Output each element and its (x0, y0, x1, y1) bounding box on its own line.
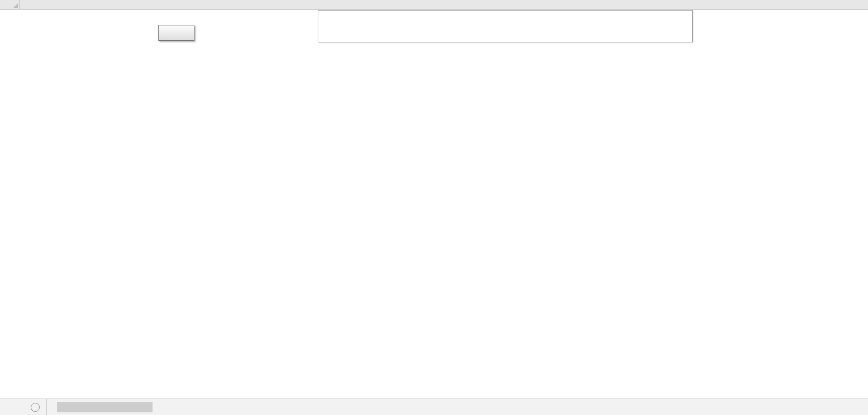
header-row (0, 54, 868, 76)
scrollbar-thumb[interactable] (57, 402, 153, 412)
tab-scroll-left-icon[interactable] (0, 399, 10, 415)
scrollbar-track[interactable] (56, 399, 858, 415)
top-rows (0, 10, 868, 54)
filter-by-date-button[interactable] (158, 25, 194, 41)
scroll-right-icon[interactable] (858, 399, 868, 415)
horizontal-scrollbar[interactable] (46, 399, 868, 415)
column-header-strip (0, 0, 868, 10)
sheet-tab-bar (0, 399, 868, 415)
instructions-box (318, 10, 693, 42)
scroll-left-icon[interactable] (47, 399, 56, 415)
tab-overflow-ellipsis[interactable] (20, 399, 28, 415)
new-sheet-button[interactable] (28, 399, 43, 415)
data-rows (0, 76, 868, 399)
excel-window (0, 0, 868, 415)
select-all-button[interactable] (0, 0, 20, 9)
plus-icon (31, 403, 40, 412)
column-letters (20, 0, 868, 9)
tab-scroll-right-icon[interactable] (10, 399, 20, 415)
